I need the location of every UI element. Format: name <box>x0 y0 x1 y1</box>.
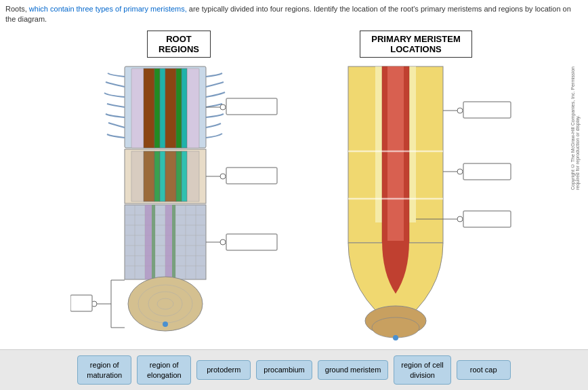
drag-item-protoderm[interactable]: protoderm <box>196 360 251 379</box>
svg-point-46 <box>220 239 226 245</box>
drag-item-region-elongation[interactable]: region ofelongation <box>137 355 191 385</box>
svg-point-38 <box>163 321 168 327</box>
svg-point-71 <box>393 335 398 340</box>
svg-rect-41 <box>226 98 277 115</box>
drag-item-region-maturation[interactable]: region ofmaturation <box>77 355 131 385</box>
svg-point-40 <box>220 104 226 110</box>
svg-rect-15 <box>182 151 187 201</box>
svg-rect-11 <box>154 151 160 201</box>
drag-item-root-cap[interactable]: root cap <box>457 360 511 379</box>
drag-item-procambium[interactable]: procambium <box>256 360 312 379</box>
diagrams-area: ROOT REGIONS <box>0 31 588 344</box>
svg-rect-5 <box>165 69 176 148</box>
svg-rect-12 <box>160 151 165 201</box>
root-regions-svg <box>70 63 287 341</box>
copyright-text: Copyright © The McGraw-Hill Companies, I… <box>570 54 580 190</box>
bottom-toolbar: region ofmaturation region ofelongation … <box>0 349 588 390</box>
svg-rect-3 <box>154 69 160 148</box>
primary-meristem-section: PRIMARY MERISTEM LOCATIONS <box>314 31 518 344</box>
svg-point-69 <box>457 216 463 222</box>
svg-rect-2 <box>144 69 154 148</box>
svg-rect-64 <box>463 102 511 118</box>
svg-point-43 <box>220 174 226 179</box>
svg-point-56 <box>372 317 419 338</box>
root-regions-diagram <box>70 63 287 344</box>
root-regions-title: ROOT REGIONS <box>147 31 211 58</box>
svg-rect-44 <box>226 168 277 184</box>
svg-rect-4 <box>160 69 165 148</box>
svg-rect-14 <box>176 151 182 201</box>
root-regions-section: ROOT REGIONS <box>70 31 287 344</box>
svg-rect-10 <box>144 151 154 201</box>
svg-rect-7 <box>182 69 187 148</box>
svg-rect-13 <box>165 151 176 201</box>
header-text: Roots, which contain three types of prim… <box>0 0 588 28</box>
svg-rect-67 <box>463 163 511 180</box>
svg-rect-70 <box>463 211 511 227</box>
primary-meristem-svg <box>314 63 518 341</box>
svg-rect-53 <box>70 295 92 311</box>
primary-meristem-title: PRIMARY MERISTEM LOCATIONS <box>360 31 471 58</box>
drag-item-ground-meristem[interactable]: ground meristem <box>318 360 389 379</box>
drag-item-region-cell-division[interactable]: region of celldivision <box>394 355 450 385</box>
svg-rect-33 <box>172 205 175 279</box>
primary-meristem-diagram <box>314 63 518 344</box>
svg-point-63 <box>457 108 463 113</box>
svg-rect-59 <box>387 66 404 243</box>
svg-rect-32 <box>152 205 155 279</box>
svg-point-66 <box>457 169 463 174</box>
svg-rect-47 <box>226 234 277 250</box>
svg-rect-6 <box>176 69 182 148</box>
